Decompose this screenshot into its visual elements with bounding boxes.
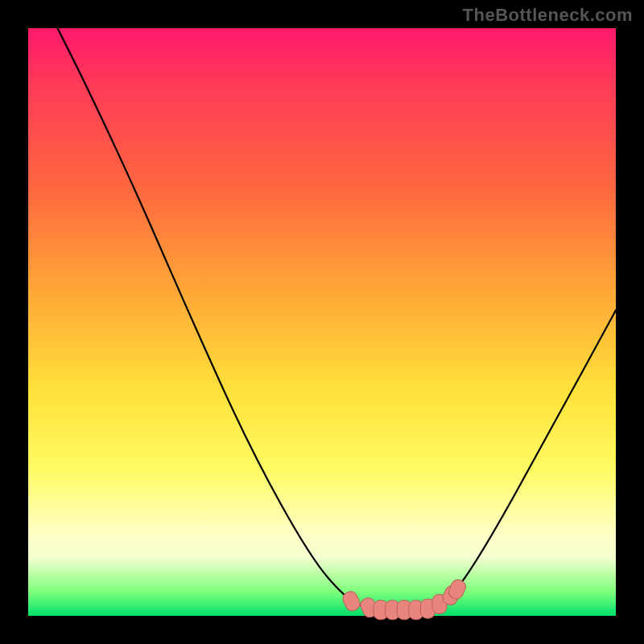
marker-group xyxy=(341,577,468,619)
chart-overlay-svg xyxy=(28,28,616,616)
chart-frame: TheBottleneck.com xyxy=(0,0,644,644)
watermark-text: TheBottleneck.com xyxy=(463,5,633,26)
curve-marker xyxy=(341,589,361,613)
bottleneck-curve xyxy=(58,28,617,610)
